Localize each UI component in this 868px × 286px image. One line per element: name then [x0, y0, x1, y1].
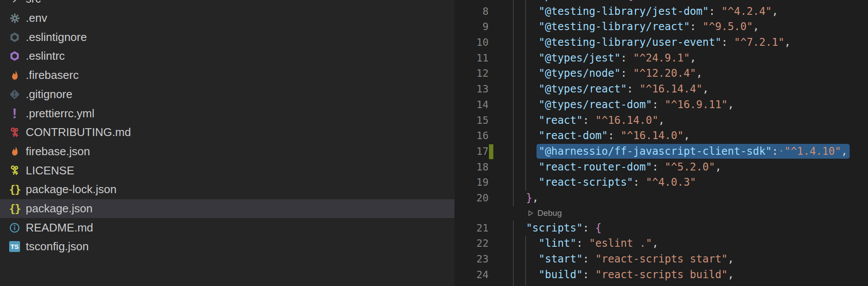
file-item-eslintignore[interactable]: .eslintignore — [0, 27, 455, 47]
code-token-punc: , — [690, 52, 696, 64]
code-token-punc: , — [728, 269, 734, 281]
file-item-license[interactable]: LICENSE — [0, 161, 455, 180]
file-item-firebase-json[interactable]: firebase.json — [0, 142, 455, 161]
code-token-ws — [513, 253, 539, 265]
code-line-18[interactable]: 18 "react-router-dom": "^5.2.0", — [455, 160, 868, 175]
code-line-16[interactable]: 16 "react-dom": "^16.14.0", — [455, 128, 868, 144]
code-token-ws — [513, 5, 539, 17]
code-token-punc: : — [583, 222, 595, 234]
editor-pane[interactable]: "dependencies": {8 "@testing-library/jes… — [455, 0, 868, 286]
code-token-ws — [513, 52, 539, 64]
line-number: 21 — [455, 221, 489, 236]
file-label: firebase.json — [26, 145, 90, 158]
code-token-key: "@types/node" — [539, 67, 621, 79]
code-token-str: "^12.20.4" — [633, 67, 697, 79]
code-text: "lint": "eslint .", — [513, 236, 658, 252]
code-token-str: "^1.4.10" — [784, 145, 841, 157]
code-token-punc: , — [683, 129, 690, 142]
code-line-19[interactable]: 19 "react-scripts": "^4.0.3" — [455, 175, 868, 191]
file-label: package-lock.json — [26, 183, 116, 196]
codelens-label: Debug — [537, 208, 562, 218]
code-line-8[interactable]: 8 "@testing-library/jest-dom": "^4.2.4", — [455, 4, 868, 20]
file-label: tsconfig.json — [26, 240, 89, 253]
code-text: "@types/jest": "^24.9.1", — [513, 51, 696, 66]
code-line-17[interactable]: 17 "@harnessio/ff-javascript-client-sdk"… — [455, 144, 868, 160]
code-token-str: "^16.14.0" — [621, 129, 684, 142]
line-number: 17 — [455, 144, 489, 160]
code-token-str: "^7.2.1" — [734, 36, 785, 48]
codelens-debug[interactable]: Debug — [455, 206, 868, 221]
line-number: 22 — [455, 236, 489, 252]
code-token-punc: : — [772, 145, 778, 157]
git-icon — [9, 89, 21, 100]
code-text: "dependencies": { — [513, 0, 633, 4]
code-text: "scripts": { — [513, 221, 601, 236]
code-line-11[interactable]: 11 "@types/jest": "^24.9.1", — [455, 51, 868, 66]
code-text: "@types/react": "^16.14.4", — [513, 82, 709, 97]
file-item-tsconfig-json[interactable]: TStsconfig.json — [0, 237, 455, 256]
code-line-13[interactable]: 13 "@types/react": "^16.14.4", — [455, 82, 868, 97]
file-item-gitignore[interactable]: .gitignore — [0, 85, 455, 104]
code-line-12[interactable]: 12 "@types/node": "^12.20.4", — [455, 66, 868, 82]
file-item-package-json[interactable]: {}package.json — [0, 199, 455, 218]
code-token-str: "^16.14.4" — [639, 83, 703, 95]
file-item-src[interactable]: src — [0, 0, 455, 9]
line-number: 12 — [455, 66, 489, 82]
file-item-readme-md[interactable]: README.md — [0, 218, 455, 237]
file-item-contributing-md[interactable]: CONTRIBUTING.md — [0, 123, 455, 142]
code-token-key: "start" — [539, 253, 583, 265]
gear-icon — [9, 12, 21, 24]
code-token-brace: } — [526, 192, 532, 204]
code-text: "@types/react-dom": "^16.9.11", — [513, 97, 734, 113]
code-token-str: "^16.9.11" — [665, 99, 728, 111]
code-token-str: "^16.14.0" — [595, 114, 659, 126]
braces-icon: {} — [9, 184, 21, 195]
code-line-20[interactable]: 20 }, — [455, 191, 868, 206]
code-token-key: "react-dom" — [539, 129, 608, 142]
code-token-punc: , — [728, 99, 734, 111]
code-token-ws — [513, 20, 539, 33]
code-text: "@testing-library/user-event": "^7.2.1", — [513, 35, 791, 51]
code-token-punc: : — [614, 0, 627, 2]
line-number: 20 — [455, 191, 489, 206]
file-item-package-lock-json[interactable]: {}package-lock.json — [0, 180, 455, 199]
code-token-key: "@harnessio/ff-javascript-client-sdk" — [539, 145, 772, 157]
file-label: .firebaserc — [26, 68, 79, 82]
code-token-str: "react-scripts start" — [595, 253, 728, 265]
code-line-24[interactable]: 24 "build": "react-scripts build", — [455, 267, 868, 283]
code-token-punc: : — [621, 52, 633, 64]
code-token-ws — [513, 176, 539, 188]
ts-icon: TS — [9, 241, 21, 252]
line-number: 15 — [455, 113, 489, 129]
code-line-21[interactable]: 21 "scripts": { — [455, 221, 868, 236]
line-number: 24 — [455, 267, 489, 283]
flame-icon — [9, 146, 21, 157]
file-item-env[interactable]: .env — [0, 9, 455, 28]
eslint-icon — [9, 50, 21, 62]
code-line-22[interactable]: 22 "lint": "eslint .", — [455, 236, 868, 252]
keys-icon — [9, 126, 21, 138]
code-token-punc: : — [633, 176, 646, 188]
code-token-ws — [513, 269, 539, 281]
code-line-9[interactable]: 9 "@testing-library/react": "^9.5.0", — [455, 19, 868, 35]
code-lines: "dependencies": {8 "@testing-library/jes… — [455, 0, 868, 283]
code-line-15[interactable]: 15 "react": "^16.14.0", — [455, 113, 868, 129]
code-token-punc: : — [721, 36, 734, 48]
code-text: "@types/node": "^12.20.4", — [513, 66, 703, 82]
code-token-str: "^4.0.3" — [646, 176, 696, 188]
line-number: 16 — [455, 128, 489, 144]
file-label: .prettierrc.yml — [26, 107, 94, 120]
code-token-punc: : — [690, 20, 703, 33]
code-token-punc: : — [577, 237, 589, 249]
code-token-punc: : — [621, 67, 633, 79]
code-line-partial[interactable]: "dependencies": { — [455, 0, 868, 4]
code-line-10[interactable]: 10 "@testing-library/user-event": "^7.2.… — [455, 35, 868, 51]
code-token-ws — [513, 145, 539, 157]
code-token-key: "@testing-library/jest-dom" — [539, 5, 709, 17]
file-item-eslintrc[interactable]: .eslintrc — [0, 47, 455, 66]
file-item-firebaserc[interactable]: .firebaserc — [0, 66, 455, 85]
code-line-14[interactable]: 14 "@types/react-dom": "^16.9.11", — [455, 97, 868, 113]
code-text: }, — [513, 191, 539, 206]
code-line-23[interactable]: 23 "start": "react-scripts start", — [455, 252, 868, 267]
file-item-prettierrc-yml[interactable]: !.prettierrc.yml — [0, 104, 455, 123]
